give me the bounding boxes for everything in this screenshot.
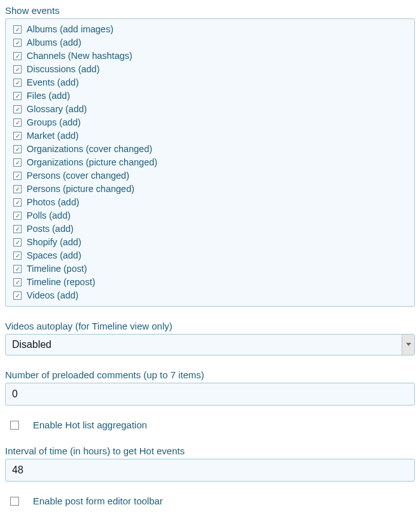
enable-toolbar-label: Enable post form editor toolbar (33, 496, 163, 506)
event-label: Groups (add) (27, 116, 80, 129)
event-row: Organizations (picture changed) (13, 156, 407, 169)
show-events-label: Show events (5, 5, 415, 16)
event-row: Groups (add) (13, 116, 407, 129)
event-label: Market (add) (27, 129, 79, 143)
event-row: Market (add) (13, 129, 407, 143)
event-label: Posts (add) (27, 222, 73, 236)
event-row: Spaces (add) (13, 249, 407, 262)
event-label: Discussions (add) (27, 63, 99, 76)
event-checkbox[interactable] (13, 145, 22, 153)
event-checkbox[interactable] (13, 185, 22, 193)
event-row: Albums (add) (13, 36, 407, 49)
event-checkbox[interactable] (13, 238, 22, 246)
event-checkbox[interactable] (13, 105, 22, 113)
event-checkbox[interactable] (13, 158, 22, 167)
videos-autoplay-label: Videos autoplay (for Timeline view only) (5, 321, 415, 331)
event-row: Timeline (post) (13, 262, 407, 276)
event-row: Photos (add) (13, 196, 407, 209)
event-label: Organizations (picture changed) (27, 156, 157, 169)
event-row: Events (add) (13, 76, 407, 89)
event-label: Channels (New hashtags) (27, 49, 132, 63)
event-checkbox[interactable] (13, 212, 22, 220)
event-label: Albums (add) (27, 36, 81, 49)
preloaded-comments-label: Number of preloaded comments (up to 7 it… (5, 369, 415, 380)
event-row: Shopify (add) (13, 236, 407, 249)
event-label: Photos (add) (27, 196, 79, 209)
event-label: Spaces (add) (27, 249, 81, 262)
event-row: Channels (New hashtags) (13, 49, 407, 63)
event-row: Organizations (cover changed) (13, 143, 407, 156)
event-label: Persons (picture changed) (27, 182, 134, 196)
event-checkbox[interactable] (13, 278, 22, 286)
event-checkbox[interactable] (13, 65, 22, 74)
event-checkbox[interactable] (13, 52, 22, 60)
interval-label: Interval of time (in hours) to get Hot e… (5, 445, 415, 456)
event-checkbox[interactable] (13, 79, 22, 87)
event-checkbox[interactable] (13, 265, 22, 273)
event-label: Polls (add) (27, 209, 70, 222)
event-label: Events (add) (27, 76, 79, 89)
event-row: Videos (add) (13, 289, 407, 302)
enable-toolbar-checkbox[interactable] (10, 497, 19, 506)
event-checkbox[interactable] (13, 291, 22, 300)
event-label: Persons (cover changed) (27, 169, 129, 182)
event-row: Persons (picture changed) (13, 182, 407, 196)
event-label: Organizations (cover changed) (27, 143, 152, 156)
event-row: Discussions (add) (13, 63, 407, 76)
event-checkbox[interactable] (13, 25, 22, 34)
event-row: Timeline (repost) (13, 276, 407, 289)
event-checkbox[interactable] (13, 118, 22, 127)
event-row: Glossary (add) (13, 103, 407, 116)
interval-input[interactable] (5, 459, 415, 482)
event-checkbox[interactable] (13, 225, 22, 233)
videos-autoplay-value: Disabled (6, 335, 402, 355)
event-checkbox[interactable] (13, 198, 22, 207)
event-label: Files (add) (27, 89, 70, 103)
event-label: Timeline (post) (27, 262, 87, 276)
chevron-down-icon (402, 335, 414, 355)
event-row: Persons (cover changed) (13, 169, 407, 182)
event-row: Albums (add images) (13, 23, 407, 36)
event-label: Shopify (add) (27, 236, 81, 249)
event-checkbox[interactable] (13, 39, 22, 47)
event-row: Files (add) (13, 89, 407, 103)
event-label: Timeline (repost) (27, 276, 95, 289)
event-checkbox[interactable] (13, 92, 22, 100)
preloaded-comments-input[interactable] (5, 383, 415, 406)
event-label: Albums (add images) (27, 23, 113, 36)
show-events-box: Albums (add images)Albums (add)Channels … (5, 18, 415, 307)
event-checkbox[interactable] (13, 252, 22, 260)
event-checkbox[interactable] (13, 132, 22, 140)
enable-hot-list-checkbox[interactable] (10, 421, 19, 430)
enable-hot-list-label: Enable Hot list aggregation (33, 419, 147, 430)
event-checkbox[interactable] (13, 172, 22, 180)
event-label: Videos (add) (27, 289, 79, 302)
event-row: Polls (add) (13, 209, 407, 222)
videos-autoplay-select[interactable]: Disabled (5, 334, 415, 355)
event-row: Posts (add) (13, 222, 407, 236)
event-label: Glossary (add) (27, 103, 87, 116)
